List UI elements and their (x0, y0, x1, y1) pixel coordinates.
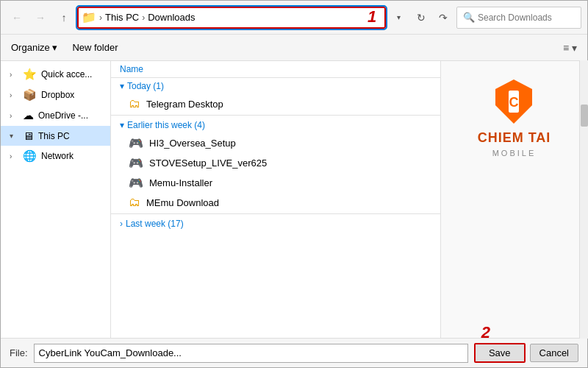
logo-area: C CHIEM TAI MOBILE (478, 76, 551, 158)
list-item[interactable]: 🗂 MEmu Download (111, 193, 440, 212)
dropbox-icon: 📦 (23, 88, 37, 102)
file-list-header: Name (111, 61, 440, 78)
expand-icon-network: › (10, 152, 18, 160)
organize-button[interactable]: Organize ▾ (7, 39, 62, 56)
search-box[interactable]: 🔍 (456, 7, 581, 29)
recent-button[interactable]: ↷ (433, 7, 453, 28)
divider (111, 213, 440, 214)
onedrive-icon: ☁ (23, 109, 34, 122)
scrollbar-thumb[interactable] (581, 105, 587, 127)
cancel-button[interactable]: Cancel (530, 344, 578, 362)
file-name-stove: STOVESetup_LIVE_ver625 (149, 158, 267, 169)
scrollbar-track[interactable] (579, 61, 587, 338)
refresh-group: ↻ ↷ (411, 7, 453, 28)
file-icon-stove: 🎮 (129, 156, 143, 170)
group-last-week-label: Last week (17) (126, 219, 184, 229)
group-last-week-expand-icon: › (120, 219, 123, 229)
save-cancel-area: Save Cancel 2 (474, 343, 578, 363)
group-today-label: Today (1) (127, 81, 164, 91)
list-item[interactable]: 🎮 Memu-Installer (111, 173, 440, 193)
list-item[interactable]: 🎮 HI3_Oversea_Setup (111, 133, 440, 153)
forward-icon: → (35, 12, 46, 24)
sidebar-label-quick-access: Quick acce... (41, 69, 92, 79)
sidebar-item-network[interactable]: › 🌐 Network (1, 146, 110, 166)
sidebar-label-dropbox: Dropbox (41, 90, 74, 100)
save-button[interactable]: Save (474, 343, 526, 363)
group-earlier-week[interactable]: ▾ Earlier this week (4) (111, 117, 440, 133)
file-name-memu-installer: Memu-Installer (149, 177, 212, 188)
view-button[interactable]: ≡ ▾ (559, 39, 581, 57)
up-button[interactable]: ↑ (54, 7, 74, 28)
logo-brand-text: CHIEM TAI (478, 130, 551, 146)
expand-icon-quick-access: › (10, 71, 18, 79)
file-name-memu-download: MEmu Download (146, 197, 219, 208)
sidebar-item-onedrive[interactable]: › ☁ OneDrive -... (1, 105, 110, 126)
new-folder-label: New folder (72, 42, 118, 53)
cancel-label: Cancel (539, 347, 569, 358)
svg-text:C: C (509, 95, 519, 110)
back-button[interactable]: ← (7, 7, 27, 28)
breadcrumb-bar[interactable]: 📁 › This PC › Downloads (77, 7, 386, 29)
expand-icon-this-pc: ▾ (10, 132, 18, 140)
new-folder-button[interactable]: New folder (68, 39, 122, 56)
sidebar-item-quick-access[interactable]: › ⭐ Quick acce... (1, 64, 110, 85)
up-icon: ↑ (62, 12, 67, 24)
breadcrumb-separator2: › (142, 13, 145, 23)
file-list: ▾ Today (1) 🗂 Telegram Desktop ▾ Earlier… (111, 78, 440, 338)
file-name-hi3: HI3_Oversea_Setup (149, 138, 236, 149)
breadcrumb-folder-icon: 📁 (82, 10, 96, 24)
this-pc-icon: 🖥 (23, 130, 34, 142)
forward-button[interactable]: → (30, 7, 51, 28)
file-name-telegram: Telegram Desktop (146, 99, 223, 110)
view-icon: ≡ ▾ (563, 42, 577, 54)
logo-icon: C (488, 76, 539, 127)
file-icon-memu-installer: 🎮 (129, 176, 143, 190)
sidebar-label-this-pc: This PC (38, 131, 70, 141)
group-today-expand-icon: ▾ (120, 81, 124, 91)
organize-label: Organize ▾ (11, 42, 57, 53)
expand-icon-onedrive: › (10, 112, 18, 120)
search-icon: 🔍 (463, 12, 475, 23)
sidebar-item-this-pc[interactable]: ▾ 🖥 This PC (1, 126, 110, 146)
breadcrumb-downloads: Downloads (148, 12, 195, 23)
logo-sub-text: MOBILE (492, 149, 537, 158)
file-area: Name ▾ Today (1) 🗂 Telegram Desktop ▾ Ea… (111, 61, 440, 338)
annotation-2: 2 (481, 323, 490, 342)
address-toolbar: ← → ↑ 📁 › This PC › Downloads ▾ ↻ ↷ � (1, 1, 587, 35)
refresh-icon: ↻ (417, 12, 426, 24)
breadcrumb-separator1: › (99, 13, 102, 23)
file-icon-hi3: 🎮 (129, 136, 143, 150)
list-item[interactable]: 🎮 STOVESetup_LIVE_ver625 (111, 153, 440, 173)
annotation-1: 1 (368, 7, 376, 26)
sidebar-label-network: Network (41, 151, 74, 161)
command-toolbar: Organize ▾ New folder ≡ ▾ (1, 35, 587, 61)
right-panel: C CHIEM TAI MOBILE (440, 61, 587, 338)
sidebar-item-dropbox[interactable]: › 📦 Dropbox (1, 85, 110, 105)
sidebar-label-onedrive: OneDrive -... (38, 110, 88, 121)
breadcrumb-thispc: This PC (105, 12, 139, 23)
recent-icon: ↷ (439, 12, 448, 24)
file-icon-memu-download: 🗂 (129, 196, 140, 209)
network-icon: 🌐 (23, 149, 37, 163)
dropdown-icon: ▾ (397, 13, 401, 21)
list-item[interactable]: 🗂 Telegram Desktop (111, 94, 440, 113)
group-today[interactable]: ▾ Today (1) (111, 78, 440, 94)
search-input[interactable] (478, 13, 575, 23)
expand-icon-dropbox: › (10, 91, 18, 99)
quick-access-icon: ⭐ (23, 68, 37, 81)
refresh-button[interactable]: ↻ (411, 7, 431, 28)
back-icon: ← (12, 12, 22, 24)
group-earlier-label: Earlier this week (4) (127, 120, 205, 130)
sidebar: › ⭐ Quick acce... › 📦 Dropbox › ☁ OneDri… (1, 61, 111, 338)
filename-input[interactable] (34, 344, 468, 363)
name-column-header: Name (120, 64, 143, 74)
group-earlier-expand-icon: ▾ (120, 120, 124, 130)
filename-label: File: (10, 347, 28, 358)
file-icon-telegram: 🗂 (129, 97, 140, 110)
bottom-bar: File: Save Cancel 2 (1, 338, 587, 367)
save-label: Save (489, 347, 511, 358)
divider (111, 115, 440, 116)
group-last-week[interactable]: › Last week (17) (111, 216, 440, 232)
main-content: › ⭐ Quick acce... › 📦 Dropbox › ☁ OneDri… (1, 61, 587, 338)
path-dropdown-button[interactable]: ▾ (389, 7, 408, 28)
